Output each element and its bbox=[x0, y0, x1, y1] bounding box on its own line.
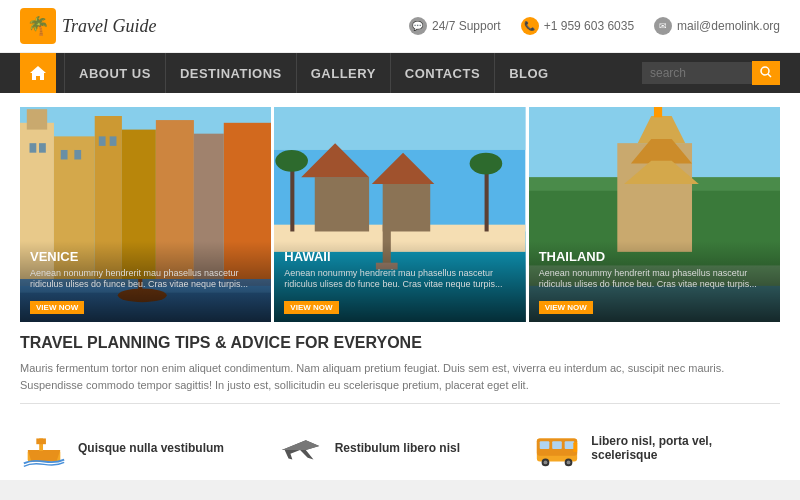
tips-description: Mauris fermentum tortor non enim aliquet… bbox=[20, 360, 780, 393]
svg-rect-32 bbox=[485, 166, 489, 231]
svg-point-57 bbox=[544, 461, 548, 465]
venice-title: VENICE bbox=[30, 249, 261, 264]
plane-feature-title: Restibulum libero nisl bbox=[335, 441, 460, 455]
svg-rect-4 bbox=[27, 109, 47, 129]
svg-line-1 bbox=[768, 74, 771, 77]
svg-rect-15 bbox=[99, 136, 106, 146]
svg-rect-53 bbox=[540, 441, 550, 449]
svg-marker-48 bbox=[28, 450, 61, 462]
logo-icon: 🌴 bbox=[20, 8, 56, 44]
thailand-desc: Aenean nonummy hendrerit mau phasellus n… bbox=[539, 268, 770, 291]
svg-rect-12 bbox=[39, 143, 46, 153]
svg-rect-55 bbox=[565, 441, 575, 449]
thailand-view-btn[interactable]: VIEW NOW bbox=[539, 301, 593, 314]
contact-info: 💬 24/7 Support 📞 +1 959 603 6035 ✉ mail@… bbox=[409, 17, 780, 35]
hawaii-view-btn[interactable]: VIEW NOW bbox=[284, 301, 338, 314]
nav-blog[interactable]: BLOG bbox=[494, 53, 563, 93]
destination-gallery: VENICE Aenean nonummy hendrerit mau phas… bbox=[20, 107, 780, 322]
svg-rect-14 bbox=[74, 150, 81, 160]
hawaii-desc: Aenean nonummy hendrerit mau phasellus n… bbox=[284, 268, 515, 291]
logo-text: Travel Guide bbox=[62, 16, 157, 37]
main-content: VENICE Aenean nonummy hendrerit mau phas… bbox=[0, 93, 800, 480]
feature-ship: Quisque nulla vestibulum bbox=[20, 428, 267, 470]
svg-rect-54 bbox=[553, 441, 563, 449]
thailand-title: THAILAND bbox=[539, 249, 770, 264]
nav-about-us[interactable]: ABOUT US bbox=[64, 53, 165, 93]
venice-overlay: VENICE Aenean nonummy hendrerit mau phas… bbox=[20, 241, 271, 322]
svg-rect-11 bbox=[30, 143, 37, 153]
nav-items: ABOUT US DESTINATIONS GALLERY CONTACTS B… bbox=[64, 53, 642, 93]
svg-rect-43 bbox=[654, 107, 662, 117]
thailand-overlay: THAILAND Aenean nonummy hendrerit mau ph… bbox=[529, 241, 780, 322]
svg-rect-16 bbox=[110, 136, 117, 146]
email-icon: ✉ bbox=[654, 17, 672, 35]
svg-point-31 bbox=[276, 150, 309, 172]
svg-rect-28 bbox=[383, 184, 431, 232]
venice-view-btn[interactable]: VIEW NOW bbox=[30, 301, 84, 314]
support-item: 💬 24/7 Support bbox=[409, 17, 501, 35]
home-nav-button[interactable] bbox=[20, 53, 56, 93]
ship-feature-title: Quisque nulla vestibulum bbox=[78, 441, 224, 455]
svg-point-59 bbox=[567, 461, 571, 465]
svg-rect-13 bbox=[61, 150, 68, 160]
svg-rect-30 bbox=[291, 164, 295, 232]
ship-icon bbox=[20, 428, 68, 470]
search-input[interactable] bbox=[642, 62, 752, 84]
svg-point-0 bbox=[761, 67, 769, 75]
features-section: Quisque nulla vestibulum Restibulum libe… bbox=[20, 420, 780, 470]
svg-rect-50 bbox=[36, 438, 46, 444]
gallery-hawaii[interactable]: HAWAII Aenean nonummy hendrerit mau phas… bbox=[274, 107, 525, 322]
email-address: mail@demolink.org bbox=[677, 19, 780, 33]
email-item: ✉ mail@demolink.org bbox=[654, 17, 780, 35]
top-bar: 🌴 Travel Guide 💬 24/7 Support 📞 +1 959 6… bbox=[0, 0, 800, 53]
tips-section: TRAVEL PLANNING TIPS & ADVICE FOR EVERYO… bbox=[20, 322, 780, 420]
nav-gallery[interactable]: GALLERY bbox=[296, 53, 390, 93]
svg-point-33 bbox=[470, 153, 503, 175]
phone-icon: 📞 bbox=[521, 17, 539, 35]
support-label: 24/7 Support bbox=[432, 19, 501, 33]
nav-contacts[interactable]: CONTACTS bbox=[390, 53, 494, 93]
tips-title: TRAVEL PLANNING TIPS & ADVICE FOR EVERYO… bbox=[20, 334, 780, 352]
support-icon: 💬 bbox=[409, 17, 427, 35]
divider bbox=[20, 403, 780, 404]
hawaii-overlay: HAWAII Aenean nonummy hendrerit mau phas… bbox=[274, 241, 525, 322]
feature-bus: Libero nisl, porta vel, scelerisque bbox=[533, 428, 780, 470]
bus-icon bbox=[533, 428, 581, 470]
plane-icon bbox=[277, 428, 325, 470]
ship-feature-text: Quisque nulla vestibulum bbox=[78, 441, 224, 457]
venice-desc: Aenean nonummy hendrerit mau phasellus n… bbox=[30, 268, 261, 291]
feature-plane: Restibulum libero nisl bbox=[277, 428, 524, 470]
nav-destinations[interactable]: DESTINATIONS bbox=[165, 53, 296, 93]
bus-feature-title: Libero nisl, porta vel, scelerisque bbox=[591, 434, 780, 462]
search-container bbox=[642, 61, 780, 85]
gallery-venice[interactable]: VENICE Aenean nonummy hendrerit mau phas… bbox=[20, 107, 271, 322]
search-button[interactable] bbox=[752, 61, 780, 85]
bus-feature-text: Libero nisl, porta vel, scelerisque bbox=[591, 434, 780, 464]
logo[interactable]: 🌴 Travel Guide bbox=[20, 8, 157, 44]
nav-bar: ABOUT US DESTINATIONS GALLERY CONTACTS B… bbox=[0, 53, 800, 93]
svg-rect-60 bbox=[574, 442, 578, 452]
gallery-thailand[interactable]: THAILAND Aenean nonummy hendrerit mau ph… bbox=[529, 107, 780, 322]
svg-rect-26 bbox=[315, 177, 369, 231]
hawaii-title: HAWAII bbox=[284, 249, 515, 264]
plane-feature-text: Restibulum libero nisl bbox=[335, 441, 460, 457]
svg-rect-22 bbox=[274, 107, 525, 150]
phone-item: 📞 +1 959 603 6035 bbox=[521, 17, 634, 35]
phone-number: +1 959 603 6035 bbox=[544, 19, 634, 33]
